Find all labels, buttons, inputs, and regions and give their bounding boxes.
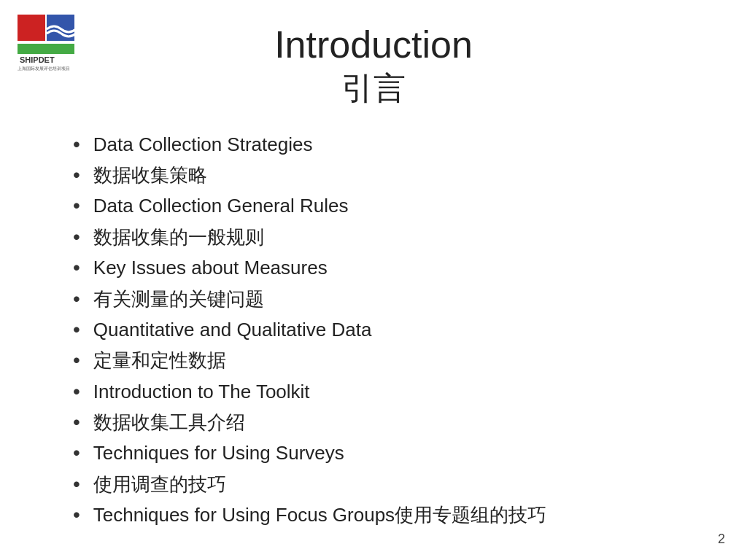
list-item: •使用调查的技巧	[73, 471, 703, 497]
list-item: •Techniques for Using Surveys	[73, 440, 703, 466]
list-item-text: 有关测量的关键问题	[93, 286, 264, 312]
svg-text:SHIPDET: SHIPDET	[20, 55, 55, 64]
list-item: •定量和定性数据	[73, 347, 703, 373]
list-item: •Techniques for Using Focus Groups使用专题组的…	[73, 502, 703, 528]
list-item-text: Data Collection Strategies	[93, 131, 313, 158]
bullet-icon: •	[73, 192, 80, 219]
list-item: •数据收集的一般规则	[73, 224, 703, 250]
list-item-text: 定量和定性数据	[93, 347, 226, 373]
list-item-text: Quantitative and Qualitative Data	[93, 316, 372, 343]
bullet-icon: •	[73, 162, 80, 188]
bullet-icon: •	[73, 131, 80, 158]
bullet-icon: •	[73, 286, 80, 312]
slide: SHIPDET 上海国际发展评估培训项目 Introduction 引言 •Da…	[0, 0, 747, 560]
list-item: •Quantitative and Qualitative Data	[73, 316, 703, 343]
list-item: •有关测量的关键问题	[73, 286, 703, 312]
svg-rect-2	[18, 44, 74, 54]
title-english: Introduction	[44, 22, 703, 67]
bullet-icon: •	[73, 254, 80, 281]
list-item: •数据收集工具介绍	[73, 409, 703, 435]
list-item-text: Techniques for Using Focus Groups使用专题组的技…	[93, 502, 546, 528]
logo: SHIPDET 上海国际发展评估培训项目	[16, 13, 82, 71]
list-item-text: Data Collection General Rules	[93, 192, 349, 219]
list-item: •Data Collection Strategies	[73, 131, 703, 158]
bullet-icon: •	[73, 471, 80, 497]
title-chinese: 引言	[44, 67, 703, 109]
list-item-text: 数据收集策略	[93, 162, 207, 188]
svg-text:上海国际发展评估培训项目: 上海国际发展评估培训项目	[18, 66, 70, 71]
list-item-text: 数据收集工具介绍	[93, 409, 245, 435]
bullet-icon: •	[73, 378, 80, 405]
list-item-text: 使用调查的技巧	[93, 471, 226, 497]
svg-rect-0	[18, 15, 45, 41]
bullet-icon: •	[73, 409, 80, 435]
content-list: •Data Collection Strategies•数据收集策略•Data …	[73, 131, 703, 529]
list-item-text: Introduction to The Toolkit	[93, 378, 310, 405]
list-item-text: 数据收集的一般规则	[93, 224, 264, 250]
bullet-icon: •	[73, 224, 80, 250]
slide-header: Introduction 引言	[44, 22, 703, 109]
list-item: •Key Issues about Measures	[73, 254, 703, 281]
list-item: •数据收集策略	[73, 162, 703, 188]
bullet-icon: •	[73, 440, 80, 466]
bullet-icon: •	[73, 316, 80, 343]
bullet-icon: •	[73, 502, 80, 528]
list-item: •Data Collection General Rules	[73, 192, 703, 219]
list-item: •Introduction to The Toolkit	[73, 378, 703, 405]
list-item-text: Techniques for Using Surveys	[93, 440, 344, 466]
page-number: 2	[718, 532, 725, 547]
bullet-icon: •	[73, 347, 80, 373]
list-item-text: Key Issues about Measures	[93, 254, 328, 281]
